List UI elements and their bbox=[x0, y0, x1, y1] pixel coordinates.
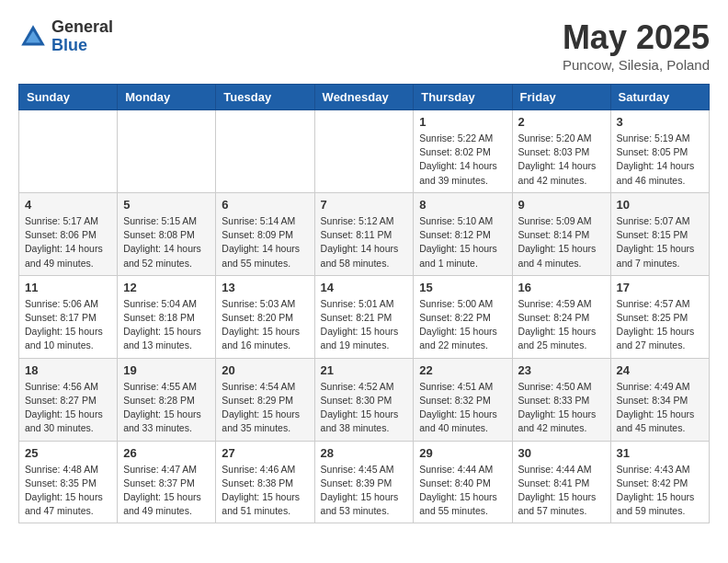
day-number: 31 bbox=[617, 446, 703, 460]
calendar-cell: 22Sunrise: 4:51 AMSunset: 8:32 PMDayligh… bbox=[414, 358, 512, 441]
day-info: Sunrise: 5:04 AMSunset: 8:18 PMDaylight:… bbox=[123, 297, 210, 353]
logo-blue-text: Blue bbox=[51, 37, 113, 55]
header-tuesday: Tuesday bbox=[216, 85, 314, 110]
calendar-cell: 6Sunrise: 5:14 AMSunset: 8:09 PMDaylight… bbox=[216, 192, 314, 275]
day-number: 18 bbox=[25, 363, 111, 377]
calendar-week-3: 11Sunrise: 5:06 AMSunset: 8:17 PMDayligh… bbox=[19, 275, 710, 358]
calendar-cell: 29Sunrise: 4:44 AMSunset: 8:40 PMDayligh… bbox=[414, 441, 512, 523]
calendar-cell: 16Sunrise: 4:59 AMSunset: 8:24 PMDayligh… bbox=[512, 275, 610, 358]
header-sunday: Sunday bbox=[19, 85, 118, 110]
calendar-cell bbox=[216, 110, 314, 193]
day-number: 15 bbox=[419, 281, 506, 294]
day-info: Sunrise: 4:48 AMSunset: 8:35 PMDaylight:… bbox=[25, 463, 111, 519]
calendar-week-2: 4Sunrise: 5:17 AMSunset: 8:06 PMDaylight… bbox=[19, 192, 710, 275]
day-number: 11 bbox=[25, 281, 111, 294]
calendar-table: Sunday Monday Tuesday Wednesday Thursday… bbox=[18, 84, 710, 523]
calendar-cell: 20Sunrise: 4:54 AMSunset: 8:29 PMDayligh… bbox=[216, 358, 314, 441]
calendar-cell: 12Sunrise: 5:04 AMSunset: 8:18 PMDayligh… bbox=[118, 275, 216, 358]
day-info: Sunrise: 5:09 AMSunset: 8:14 PMDaylight:… bbox=[518, 214, 605, 270]
day-number: 10 bbox=[617, 198, 703, 212]
day-info: Sunrise: 4:49 AMSunset: 8:34 PMDaylight:… bbox=[617, 380, 703, 436]
day-info: Sunrise: 5:06 AMSunset: 8:17 PMDaylight:… bbox=[25, 297, 111, 353]
calendar-cell: 18Sunrise: 4:56 AMSunset: 8:27 PMDayligh… bbox=[19, 358, 118, 441]
day-info: Sunrise: 4:46 AMSunset: 8:38 PMDaylight:… bbox=[222, 463, 308, 519]
day-info: Sunrise: 4:44 AMSunset: 8:41 PMDaylight:… bbox=[518, 463, 605, 519]
calendar-week-4: 18Sunrise: 4:56 AMSunset: 8:27 PMDayligh… bbox=[19, 358, 710, 441]
day-number: 22 bbox=[419, 363, 506, 377]
month-title: May 2025 bbox=[563, 18, 710, 57]
calendar-cell: 27Sunrise: 4:46 AMSunset: 8:38 PMDayligh… bbox=[216, 441, 314, 523]
calendar-cell: 25Sunrise: 4:48 AMSunset: 8:35 PMDayligh… bbox=[19, 441, 118, 523]
header: General Blue May 2025 Puncow, Silesia, P… bbox=[18, 18, 710, 73]
calendar-cell: 23Sunrise: 4:50 AMSunset: 8:33 PMDayligh… bbox=[512, 358, 610, 441]
calendar-cell: 5Sunrise: 5:15 AMSunset: 8:08 PMDaylight… bbox=[118, 192, 216, 275]
logo-text: General Blue bbox=[51, 18, 113, 55]
day-number: 5 bbox=[123, 198, 210, 212]
day-info: Sunrise: 5:14 AMSunset: 8:09 PMDaylight:… bbox=[222, 214, 308, 270]
calendar-week-5: 25Sunrise: 4:48 AMSunset: 8:35 PMDayligh… bbox=[19, 441, 710, 523]
calendar-cell: 7Sunrise: 5:12 AMSunset: 8:11 PMDaylight… bbox=[314, 192, 414, 275]
day-number: 16 bbox=[518, 281, 605, 294]
location: Puncow, Silesia, Poland bbox=[563, 57, 710, 73]
day-info: Sunrise: 4:50 AMSunset: 8:33 PMDaylight:… bbox=[518, 380, 605, 436]
day-number: 27 bbox=[222, 446, 308, 460]
day-info: Sunrise: 4:51 AMSunset: 8:32 PMDaylight:… bbox=[419, 380, 506, 436]
calendar-cell: 17Sunrise: 4:57 AMSunset: 8:25 PMDayligh… bbox=[610, 275, 709, 358]
calendar-cell: 13Sunrise: 5:03 AMSunset: 8:20 PMDayligh… bbox=[216, 275, 314, 358]
day-number: 24 bbox=[617, 363, 703, 377]
day-number: 2 bbox=[518, 115, 605, 129]
day-info: Sunrise: 5:20 AMSunset: 8:03 PMDaylight:… bbox=[518, 132, 605, 188]
calendar-cell: 31Sunrise: 4:43 AMSunset: 8:42 PMDayligh… bbox=[610, 441, 709, 523]
day-number: 13 bbox=[222, 281, 308, 294]
day-number: 1 bbox=[419, 115, 506, 129]
header-wednesday: Wednesday bbox=[314, 85, 414, 110]
calendar-cell: 4Sunrise: 5:17 AMSunset: 8:06 PMDaylight… bbox=[19, 192, 118, 275]
day-number: 9 bbox=[518, 198, 605, 212]
header-saturday: Saturday bbox=[610, 85, 709, 110]
calendar-cell: 10Sunrise: 5:07 AMSunset: 8:15 PMDayligh… bbox=[610, 192, 709, 275]
calendar-cell: 1Sunrise: 5:22 AMSunset: 8:02 PMDaylight… bbox=[414, 110, 512, 193]
day-number: 21 bbox=[321, 363, 408, 377]
day-number: 6 bbox=[222, 198, 308, 212]
calendar-cell: 28Sunrise: 4:45 AMSunset: 8:39 PMDayligh… bbox=[314, 441, 414, 523]
header-monday: Monday bbox=[118, 85, 216, 110]
day-info: Sunrise: 5:15 AMSunset: 8:08 PMDaylight:… bbox=[123, 214, 210, 270]
day-number: 8 bbox=[419, 198, 506, 212]
calendar-cell: 8Sunrise: 5:10 AMSunset: 8:12 PMDaylight… bbox=[414, 192, 512, 275]
day-info: Sunrise: 4:43 AMSunset: 8:42 PMDaylight:… bbox=[617, 463, 703, 519]
calendar-cell: 19Sunrise: 4:55 AMSunset: 8:28 PMDayligh… bbox=[118, 358, 216, 441]
day-info: Sunrise: 4:47 AMSunset: 8:37 PMDaylight:… bbox=[123, 463, 210, 519]
day-number: 28 bbox=[321, 446, 408, 460]
day-number: 19 bbox=[123, 363, 210, 377]
calendar-week-1: 1Sunrise: 5:22 AMSunset: 8:02 PMDaylight… bbox=[19, 110, 710, 193]
calendar-cell: 9Sunrise: 5:09 AMSunset: 8:14 PMDaylight… bbox=[512, 192, 610, 275]
calendar-cell bbox=[314, 110, 414, 193]
day-number: 14 bbox=[321, 281, 408, 294]
day-number: 3 bbox=[617, 115, 703, 129]
calendar-cell: 3Sunrise: 5:19 AMSunset: 8:05 PMDaylight… bbox=[610, 110, 709, 193]
day-info: Sunrise: 5:22 AMSunset: 8:02 PMDaylight:… bbox=[419, 132, 506, 188]
title-section: May 2025 Puncow, Silesia, Poland bbox=[563, 18, 710, 73]
day-info: Sunrise: 4:55 AMSunset: 8:28 PMDaylight:… bbox=[123, 380, 210, 436]
header-friday: Friday bbox=[512, 85, 610, 110]
day-number: 7 bbox=[321, 198, 408, 212]
day-number: 4 bbox=[25, 198, 111, 212]
day-number: 12 bbox=[123, 281, 210, 294]
calendar-cell: 15Sunrise: 5:00 AMSunset: 8:22 PMDayligh… bbox=[414, 275, 512, 358]
day-info: Sunrise: 4:52 AMSunset: 8:30 PMDaylight:… bbox=[321, 380, 408, 436]
day-info: Sunrise: 5:03 AMSunset: 8:20 PMDaylight:… bbox=[222, 297, 308, 353]
day-info: Sunrise: 5:00 AMSunset: 8:22 PMDaylight:… bbox=[419, 297, 506, 353]
logo: General Blue bbox=[18, 18, 113, 55]
calendar-cell: 24Sunrise: 4:49 AMSunset: 8:34 PMDayligh… bbox=[610, 358, 709, 441]
day-number: 26 bbox=[123, 446, 210, 460]
page: General Blue May 2025 Puncow, Silesia, P… bbox=[0, 0, 728, 542]
header-thursday: Thursday bbox=[414, 85, 512, 110]
day-info: Sunrise: 5:07 AMSunset: 8:15 PMDaylight:… bbox=[617, 214, 703, 270]
day-info: Sunrise: 4:56 AMSunset: 8:27 PMDaylight:… bbox=[25, 380, 111, 436]
day-info: Sunrise: 4:45 AMSunset: 8:39 PMDaylight:… bbox=[321, 463, 408, 519]
calendar-body: 1Sunrise: 5:22 AMSunset: 8:02 PMDaylight… bbox=[19, 110, 710, 523]
day-info: Sunrise: 5:12 AMSunset: 8:11 PMDaylight:… bbox=[321, 214, 408, 270]
calendar-cell: 14Sunrise: 5:01 AMSunset: 8:21 PMDayligh… bbox=[314, 275, 414, 358]
day-info: Sunrise: 5:19 AMSunset: 8:05 PMDaylight:… bbox=[617, 132, 703, 188]
day-number: 30 bbox=[518, 446, 605, 460]
